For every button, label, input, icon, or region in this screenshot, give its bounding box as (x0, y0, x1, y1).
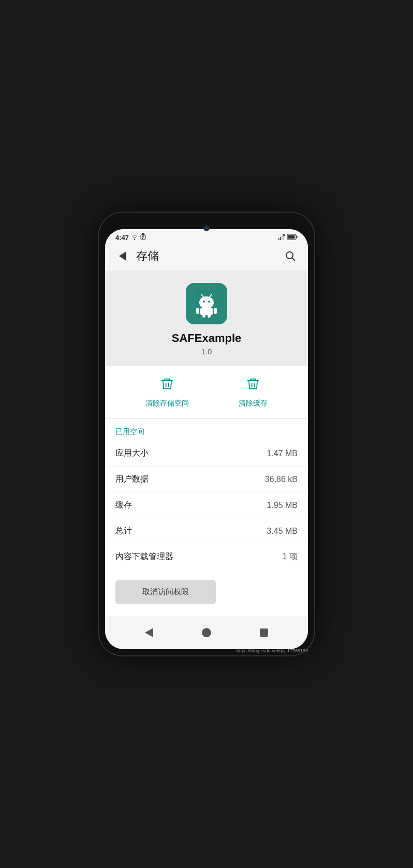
wifi-icon (131, 234, 138, 241)
row-label: 应用大小 (115, 448, 149, 459)
back-arrow-icon (119, 251, 126, 261)
row-value: 1 项 (283, 551, 298, 562)
svg-rect-33 (208, 314, 211, 318)
clear-storage-label: 清除存储空间 (145, 399, 189, 408)
section-header: 已用空间 (105, 419, 308, 441)
storage-section: 已用空间 应用大小1.47 MB用户数据36.86 kB缓存1.95 MB总计3… (105, 419, 308, 617)
svg-rect-7 (280, 237, 281, 240)
phone-frame: 4:47 ? (98, 212, 315, 656)
status-left: 4:47 ? (115, 233, 146, 242)
svg-rect-29 (200, 308, 213, 315)
svg-point-25 (203, 301, 205, 303)
storage-row: 缓存1.95 MB (105, 492, 308, 518)
app-version: 1.0 (201, 347, 212, 356)
svg-point-24 (199, 296, 214, 309)
status-right (278, 234, 298, 242)
app-icon-svg (191, 288, 222, 319)
nav-recents-icon (260, 628, 268, 637)
clear-cache-icon (246, 377, 260, 395)
app-info-section: SAFExample 1.0 (105, 271, 308, 366)
storage-rows: 应用大小1.47 MB用户数据36.86 kB缓存1.95 MB总计3.45 M… (105, 441, 308, 570)
clear-cache-button[interactable]: 清除缓存 (239, 377, 268, 408)
row-value: 3.45 MB (267, 527, 298, 536)
svg-rect-31 (214, 308, 217, 314)
nav-home-button[interactable] (196, 622, 217, 643)
nav-home-icon (202, 628, 211, 637)
svg-line-16 (292, 258, 296, 261)
watermark: https://blog.csdn.net/qq_17766199 (237, 648, 308, 653)
svg-rect-4 (142, 238, 143, 239)
revoke-section: 取消访问权限 (105, 570, 308, 617)
back-button[interactable] (113, 247, 132, 265)
svg-rect-6 (278, 238, 279, 240)
storage-row: 总计3.45 MB (105, 518, 308, 544)
status-bar: 4:47 ? (105, 229, 308, 244)
app-name: SAFExample (172, 332, 242, 345)
row-value: 36.86 kB (265, 475, 298, 484)
nav-recents-button[interactable] (254, 622, 274, 643)
app-icon (186, 283, 227, 324)
row-value: 1.95 MB (267, 501, 298, 510)
row-label: 用户数据 (115, 474, 149, 485)
storage-row: 用户数据36.86 kB (105, 467, 308, 492)
revoke-button[interactable]: 取消访问权限 (115, 580, 216, 604)
action-section: 清除存储空间 清除缓存 (105, 366, 308, 419)
clear-cache-label: 清除缓存 (239, 399, 268, 408)
status-time: 4:47 (115, 234, 129, 242)
search-icon (285, 250, 296, 262)
svg-rect-14 (288, 235, 295, 238)
svg-point-15 (286, 252, 293, 259)
battery-icon (287, 234, 298, 242)
row-label: 总计 (115, 526, 132, 536)
screen: 4:47 ? (105, 229, 308, 649)
top-bar: 存储 (105, 244, 308, 271)
nav-back-icon (145, 628, 153, 637)
svg-rect-13 (297, 235, 298, 238)
svg-text:?: ? (142, 235, 144, 238)
svg-rect-32 (202, 314, 205, 318)
search-button[interactable] (281, 247, 300, 265)
clear-storage-icon (160, 377, 174, 395)
row-label: 缓存 (115, 500, 132, 511)
sim-icon: ? (140, 233, 146, 242)
svg-point-26 (208, 301, 210, 303)
page-title: 存储 (136, 248, 281, 264)
storage-row: 内容下载管理器1 项 (105, 544, 308, 570)
clear-storage-button[interactable]: 清除存储空间 (145, 377, 189, 408)
storage-row: 应用大小1.47 MB (105, 441, 308, 467)
signal-x-icon (278, 234, 285, 241)
row-value: 1.47 MB (267, 449, 298, 458)
row-label: 内容下载管理器 (115, 551, 173, 562)
svg-rect-8 (282, 236, 283, 240)
bottom-nav (105, 617, 308, 649)
nav-back-button[interactable] (139, 622, 159, 643)
svg-rect-30 (196, 308, 199, 314)
phone-camera (203, 225, 210, 231)
